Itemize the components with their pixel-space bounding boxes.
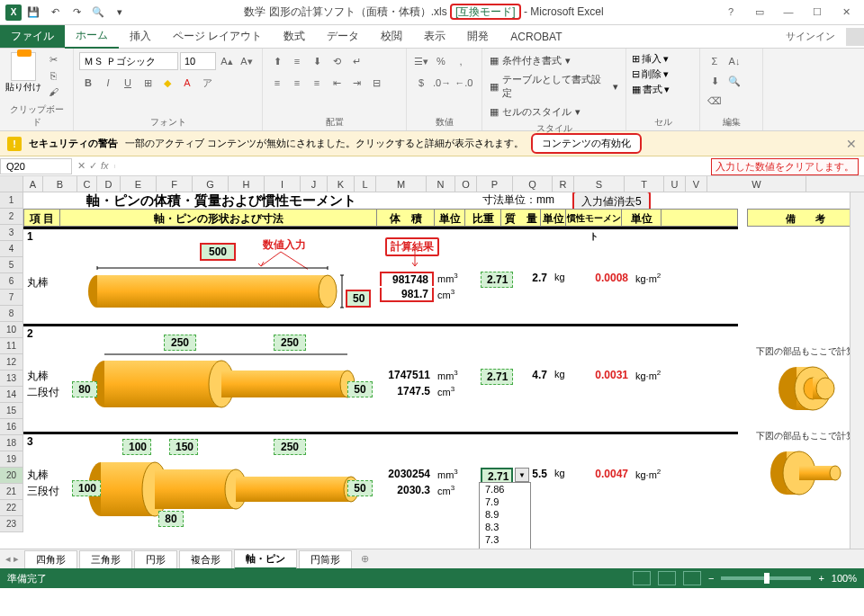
font-name-select[interactable] <box>79 52 178 70</box>
name-box[interactable] <box>0 158 72 174</box>
col-O[interactable]: O <box>455 176 477 192</box>
worksheet-grid[interactable]: 1 2 3 4 5 6 7 8 10 11 12 13 14 15 16 18 … <box>0 192 864 549</box>
col-A[interactable]: A <box>23 176 43 192</box>
col-I[interactable]: I <box>265 176 301 192</box>
view-layout-icon[interactable] <box>658 571 676 585</box>
clear-icon[interactable]: ⌫ <box>706 92 724 110</box>
redo-icon[interactable]: ↷ <box>67 3 86 22</box>
dec-dec-icon[interactable]: ←.0 <box>454 74 473 92</box>
minimize-icon[interactable]: — <box>778 6 799 18</box>
col-H[interactable]: H <box>229 176 265 192</box>
sheet-tab-composite[interactable]: 複合形 <box>179 550 232 568</box>
row-15[interactable]: 15 <box>0 403 23 419</box>
col-T[interactable]: T <box>625 176 664 192</box>
col-D[interactable]: D <box>97 176 121 192</box>
sort-filter-icon[interactable]: A↓ <box>725 52 743 70</box>
row-8[interactable]: 8 <box>0 306 23 322</box>
merge-icon[interactable]: ⊟ <box>367 74 385 92</box>
col-M[interactable]: M <box>376 176 427 192</box>
security-close-icon[interactable]: ✕ <box>846 137 857 151</box>
row-21[interactable]: 21 <box>0 484 23 500</box>
col-F[interactable]: F <box>157 176 193 192</box>
new-sheet-icon[interactable]: ⊕ <box>354 553 376 565</box>
input-len2a[interactable]: 250 <box>164 335 196 351</box>
tab-formulas[interactable]: 数式 <box>273 25 316 48</box>
copy-icon[interactable]: ⎘ <box>45 68 61 83</box>
fill-icon[interactable]: ⬇ <box>706 72 724 90</box>
indent-inc-icon[interactable]: ⇥ <box>347 74 365 92</box>
wrap-text-icon[interactable]: ↵ <box>347 52 365 70</box>
density-2[interactable]: 2.71 <box>481 369 513 385</box>
qat-dropdown-icon[interactable]: ▾ <box>110 3 130 22</box>
row-6[interactable]: 6 <box>0 273 23 290</box>
row-4[interactable]: 4 <box>0 241 23 257</box>
paste-button[interactable]: 貼り付け <box>5 52 41 94</box>
dd-opt-3[interactable]: 8.3 <box>480 521 530 533</box>
format-painter-icon[interactable]: 🖌 <box>45 85 61 99</box>
align-right-icon[interactable]: ≡ <box>308 74 326 92</box>
density-1[interactable]: 2.71 <box>481 272 513 288</box>
decrease-font-icon[interactable]: A▾ <box>238 52 256 70</box>
vertical-scrollbar[interactable] <box>850 192 864 549</box>
sheet-tab-shaftpin[interactable]: 軸・ピン <box>234 549 297 569</box>
orientation-icon[interactable]: ⟲ <box>328 52 346 70</box>
row-11[interactable]: 11 <box>0 338 23 354</box>
tab-developer[interactable]: 開発 <box>456 25 500 48</box>
col-R[interactable]: R <box>553 176 574 192</box>
tab-data[interactable]: データ <box>316 25 370 48</box>
insert-cells-button[interactable]: ⊞ 挿入 ▾ <box>632 52 669 66</box>
row-14[interactable]: 14 <box>0 387 23 403</box>
input-len2b[interactable]: 250 <box>274 335 306 351</box>
format-cells-button[interactable]: ▦ 書式 ▾ <box>632 83 670 96</box>
align-center-icon[interactable]: ≡ <box>288 74 306 92</box>
increase-font-icon[interactable]: A▴ <box>218 52 236 70</box>
find-icon[interactable]: 🔍 <box>725 72 743 90</box>
row-5[interactable]: 5 <box>0 257 23 273</box>
cut-icon[interactable]: ✂ <box>45 52 61 67</box>
autosum-icon[interactable]: Σ <box>706 52 724 70</box>
phonetic-button[interactable]: ア <box>198 74 216 92</box>
zoom-in-icon[interactable]: + <box>818 573 824 584</box>
align-top-icon[interactable]: ⬆ <box>268 52 286 70</box>
percent-icon[interactable]: % <box>432 52 450 70</box>
dec-inc-icon[interactable]: .0→ <box>432 74 452 92</box>
dd-opt-1[interactable]: 7.9 <box>480 495 530 508</box>
col-N[interactable]: N <box>427 176 455 192</box>
cells-area[interactable]: 軸・ピンの体積・質量および慣性モーメント 寸法単位：mm 入力値消去5 項 目 … <box>23 192 864 532</box>
input-dia2b[interactable]: 50 <box>347 381 373 397</box>
row-22[interactable]: 22 <box>0 500 23 516</box>
row-12[interactable]: 12 <box>0 354 23 370</box>
cell-styles-button[interactable]: ▦ セルのスタイル ▾ <box>488 103 582 121</box>
col-U[interactable]: U <box>664 176 686 192</box>
align-left-icon[interactable]: ≡ <box>268 74 286 92</box>
row-10[interactable]: 10 <box>0 322 23 338</box>
zoom-value[interactable]: 100% <box>832 573 857 584</box>
conditional-format-button[interactable]: ▦ 条件付き書式 ▾ <box>488 52 572 69</box>
tab-page-layout[interactable]: ページ レイアウト <box>162 25 273 48</box>
bold-button[interactable]: B <box>79 74 97 92</box>
signin-link[interactable]: サインイン <box>778 26 842 47</box>
help-icon[interactable]: ? <box>720 6 742 18</box>
dd-opt-0[interactable]: 7.86 <box>480 483 530 495</box>
row-1[interactable]: 1 <box>0 192 23 209</box>
tab-review[interactable]: 校閲 <box>370 25 413 48</box>
row-3[interactable]: 3 <box>0 225 23 241</box>
tab-acrobat[interactable]: ACROBAT <box>500 27 572 47</box>
col-L[interactable]: L <box>355 176 376 192</box>
col-B[interactable]: B <box>43 176 77 192</box>
row-20[interactable]: 20 <box>0 468 23 484</box>
delete-cells-button[interactable]: ⊟ 削除 ▾ <box>632 67 669 81</box>
col-K[interactable]: K <box>328 176 355 192</box>
comma-icon[interactable]: , <box>452 52 470 70</box>
dd-opt-4[interactable]: 7.3 <box>480 533 530 546</box>
col-E[interactable]: E <box>121 176 157 192</box>
select-all-corner[interactable] <box>0 176 23 192</box>
col-Q[interactable]: Q <box>513 176 553 192</box>
col-S[interactable]: S <box>574 176 625 192</box>
tab-home[interactable]: ホーム <box>65 24 119 49</box>
input-dia3a[interactable]: 100 <box>72 480 101 496</box>
input-dia3c[interactable]: 50 <box>347 480 373 496</box>
sheet-tab-cylinder[interactable]: 円筒形 <box>299 550 352 568</box>
user-avatar-icon[interactable] <box>846 28 864 46</box>
number-format-icon[interactable]: ☰▾ <box>412 52 430 70</box>
